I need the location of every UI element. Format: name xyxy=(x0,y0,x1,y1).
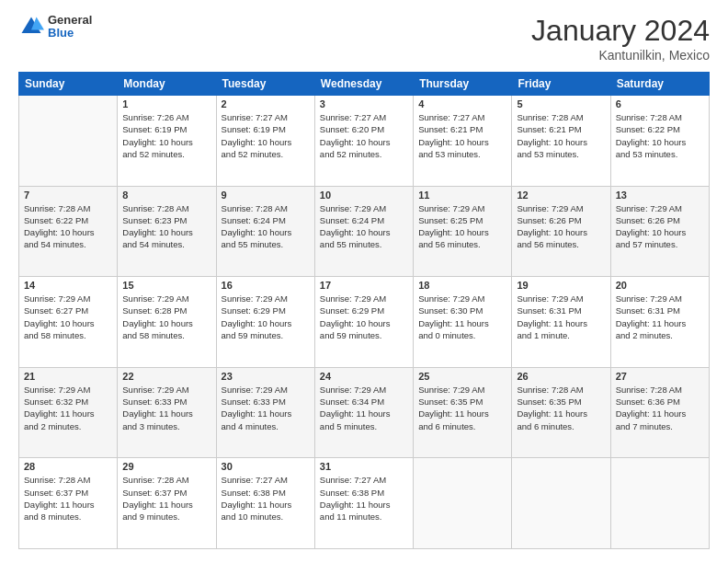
day-info: Sunrise: 7:29 AMSunset: 6:35 PMDaylight:… xyxy=(418,384,506,432)
calendar-cell: 25Sunrise: 7:29 AMSunset: 6:35 PMDayligh… xyxy=(414,367,512,458)
day-info: Sunrise: 7:29 AMSunset: 6:26 PMDaylight:… xyxy=(616,202,704,251)
location: Kantunilkin, Mexico xyxy=(531,48,710,63)
day-info: Sunrise: 7:28 AMSunset: 6:36 PMDaylight:… xyxy=(616,384,704,432)
day-info: Sunrise: 7:29 AMSunset: 6:31 PMDaylight:… xyxy=(616,293,704,341)
calendar-cell: 28Sunrise: 7:28 AMSunset: 6:37 PMDayligh… xyxy=(19,458,118,549)
day-number: 26 xyxy=(517,371,605,382)
day-number: 21 xyxy=(24,371,112,382)
day-number: 29 xyxy=(122,461,210,472)
day-info: Sunrise: 7:28 AMSunset: 6:37 PMDaylight:… xyxy=(24,474,112,523)
day-info: Sunrise: 7:27 AMSunset: 6:21 PMDaylight:… xyxy=(418,111,506,160)
day-info: Sunrise: 7:27 AMSunset: 6:38 PMDaylight:… xyxy=(222,474,310,523)
calendar-cell: 19Sunrise: 7:29 AMSunset: 6:31 PMDayligh… xyxy=(512,277,610,368)
day-info: Sunrise: 7:27 AMSunset: 6:19 PMDaylight:… xyxy=(222,111,310,160)
logo-icon xyxy=(18,14,44,40)
day-info: Sunrise: 7:28 AMSunset: 6:35 PMDaylight:… xyxy=(517,384,605,432)
calendar-cell: 29Sunrise: 7:28 AMSunset: 6:37 PMDayligh… xyxy=(118,458,216,549)
day-info: Sunrise: 7:26 AMSunset: 6:19 PMDaylight:… xyxy=(122,111,210,160)
day-info: Sunrise: 7:27 AMSunset: 6:20 PMDaylight:… xyxy=(320,111,408,160)
day-number: 8 xyxy=(122,190,210,201)
calendar-cell: 12Sunrise: 7:29 AMSunset: 6:26 PMDayligh… xyxy=(512,186,610,277)
day-of-week-friday: Friday xyxy=(512,73,610,96)
calendar-cell: 9Sunrise: 7:28 AMSunset: 6:24 PMDaylight… xyxy=(216,186,314,277)
title-block: January 2024 Kantunilkin, Mexico xyxy=(531,14,710,63)
calendar-cell: 31Sunrise: 7:27 AMSunset: 6:38 PMDayligh… xyxy=(314,458,413,549)
calendar-cell: 14Sunrise: 7:29 AMSunset: 6:27 PMDayligh… xyxy=(19,277,118,368)
day-info: Sunrise: 7:28 AMSunset: 6:21 PMDaylight:… xyxy=(517,111,605,160)
calendar-cell: 23Sunrise: 7:29 AMSunset: 6:33 PMDayligh… xyxy=(216,367,314,458)
day-number: 17 xyxy=(320,280,408,291)
calendar-cell: 30Sunrise: 7:27 AMSunset: 6:38 PMDayligh… xyxy=(216,458,314,549)
day-info: Sunrise: 7:29 AMSunset: 6:24 PMDaylight:… xyxy=(320,202,408,251)
calendar-cell: 7Sunrise: 7:28 AMSunset: 6:22 PMDaylight… xyxy=(19,186,118,277)
calendar-cell xyxy=(19,96,118,187)
calendar-cell: 1Sunrise: 7:26 AMSunset: 6:19 PMDaylight… xyxy=(118,96,216,187)
calendar-cell: 27Sunrise: 7:28 AMSunset: 6:36 PMDayligh… xyxy=(610,367,709,458)
day-number: 14 xyxy=(24,280,112,291)
calendar-cell: 20Sunrise: 7:29 AMSunset: 6:31 PMDayligh… xyxy=(610,277,709,368)
day-of-week-sunday: Sunday xyxy=(19,73,118,96)
day-info: Sunrise: 7:27 AMSunset: 6:38 PMDaylight:… xyxy=(320,474,408,523)
day-info: Sunrise: 7:29 AMSunset: 6:33 PMDaylight:… xyxy=(222,384,310,432)
day-number: 4 xyxy=(418,98,506,109)
day-number: 6 xyxy=(616,98,704,109)
calendar-cell: 24Sunrise: 7:29 AMSunset: 6:34 PMDayligh… xyxy=(314,367,413,458)
header: General Blue January 2024 Kantunilkin, M… xyxy=(18,14,710,63)
day-number: 28 xyxy=(24,461,112,472)
day-number: 23 xyxy=(222,371,310,382)
day-info: Sunrise: 7:29 AMSunset: 6:34 PMDaylight:… xyxy=(320,384,408,432)
day-info: Sunrise: 7:29 AMSunset: 6:33 PMDaylight:… xyxy=(122,384,210,432)
calendar-table: SundayMondayTuesdayWednesdayThursdayFrid… xyxy=(18,72,710,549)
day-info: Sunrise: 7:29 AMSunset: 6:25 PMDaylight:… xyxy=(418,202,506,251)
calendar-week-row: 28Sunrise: 7:28 AMSunset: 6:37 PMDayligh… xyxy=(19,458,710,549)
calendar-week-row: 14Sunrise: 7:29 AMSunset: 6:27 PMDayligh… xyxy=(19,277,710,368)
calendar-cell: 17Sunrise: 7:29 AMSunset: 6:29 PMDayligh… xyxy=(314,277,413,368)
calendar-cell: 18Sunrise: 7:29 AMSunset: 6:30 PMDayligh… xyxy=(414,277,512,368)
day-number: 5 xyxy=(517,98,605,109)
calendar-cell xyxy=(512,458,610,549)
calendar-cell: 13Sunrise: 7:29 AMSunset: 6:26 PMDayligh… xyxy=(610,186,709,277)
day-number: 30 xyxy=(222,461,310,472)
day-number: 1 xyxy=(122,98,210,109)
calendar-week-row: 1Sunrise: 7:26 AMSunset: 6:19 PMDaylight… xyxy=(19,96,710,187)
calendar-cell: 15Sunrise: 7:29 AMSunset: 6:28 PMDayligh… xyxy=(118,277,216,368)
day-info: Sunrise: 7:29 AMSunset: 6:28 PMDaylight:… xyxy=(122,293,210,341)
day-info: Sunrise: 7:29 AMSunset: 6:26 PMDaylight:… xyxy=(517,202,605,251)
day-info: Sunrise: 7:28 AMSunset: 6:37 PMDaylight:… xyxy=(122,474,210,523)
day-info: Sunrise: 7:29 AMSunset: 6:30 PMDaylight:… xyxy=(418,293,506,341)
logo-general: General xyxy=(48,14,92,27)
month-title: January 2024 xyxy=(531,14,710,48)
day-number: 10 xyxy=(320,190,408,201)
calendar-week-row: 21Sunrise: 7:29 AMSunset: 6:32 PMDayligh… xyxy=(19,367,710,458)
calendar-cell: 26Sunrise: 7:28 AMSunset: 6:35 PMDayligh… xyxy=(512,367,610,458)
day-number: 15 xyxy=(122,280,210,291)
day-info: Sunrise: 7:29 AMSunset: 6:29 PMDaylight:… xyxy=(320,293,408,341)
day-of-week-tuesday: Tuesday xyxy=(216,73,314,96)
day-number: 2 xyxy=(222,98,310,109)
calendar-week-row: 7Sunrise: 7:28 AMSunset: 6:22 PMDaylight… xyxy=(19,186,710,277)
day-number: 13 xyxy=(616,190,704,201)
day-info: Sunrise: 7:29 AMSunset: 6:27 PMDaylight:… xyxy=(24,293,112,341)
day-number: 11 xyxy=(418,190,506,201)
calendar-cell: 8Sunrise: 7:28 AMSunset: 6:23 PMDaylight… xyxy=(118,186,216,277)
page: General Blue January 2024 Kantunilkin, M… xyxy=(0,0,728,563)
calendar-cell xyxy=(414,458,512,549)
calendar-cell: 22Sunrise: 7:29 AMSunset: 6:33 PMDayligh… xyxy=(118,367,216,458)
day-number: 31 xyxy=(320,461,408,472)
day-of-week-thursday: Thursday xyxy=(414,73,512,96)
day-of-week-monday: Monday xyxy=(118,73,216,96)
day-of-week-wednesday: Wednesday xyxy=(314,73,413,96)
calendar-cell: 11Sunrise: 7:29 AMSunset: 6:25 PMDayligh… xyxy=(414,186,512,277)
logo-blue: Blue xyxy=(48,27,92,40)
day-number: 18 xyxy=(418,280,506,291)
calendar-cell: 4Sunrise: 7:27 AMSunset: 6:21 PMDaylight… xyxy=(414,96,512,187)
calendar-cell: 2Sunrise: 7:27 AMSunset: 6:19 PMDaylight… xyxy=(216,96,314,187)
calendar-cell xyxy=(610,458,709,549)
day-number: 7 xyxy=(24,190,112,201)
calendar-cell: 6Sunrise: 7:28 AMSunset: 6:22 PMDaylight… xyxy=(610,96,709,187)
day-info: Sunrise: 7:29 AMSunset: 6:32 PMDaylight:… xyxy=(24,384,112,432)
day-info: Sunrise: 7:28 AMSunset: 6:22 PMDaylight:… xyxy=(616,111,704,160)
day-number: 3 xyxy=(320,98,408,109)
day-info: Sunrise: 7:29 AMSunset: 6:31 PMDaylight:… xyxy=(517,293,605,341)
day-number: 20 xyxy=(616,280,704,291)
